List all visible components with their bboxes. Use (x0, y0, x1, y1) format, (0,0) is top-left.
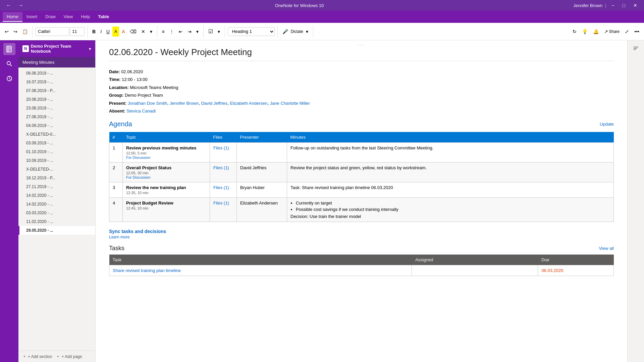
refresh-button[interactable]: ↻ (571, 27, 579, 37)
row4-topic-time: 12:45, 10 min (126, 206, 206, 210)
restore-button[interactable]: □ (620, 1, 628, 9)
share-button[interactable]: ↗ Share (602, 27, 622, 37)
page-item[interactable]: 03.09.2019 - ... (18, 139, 95, 147)
tab-insert[interactable]: Insert (22, 12, 42, 22)
more-dots[interactable]: ... (358, 41, 366, 46)
col-header-presenter: Presenter (237, 132, 287, 143)
notebook-header[interactable]: N Demo Project Team Notebook ▾ (18, 40, 95, 57)
row4-bullet-1: Currently on target (296, 200, 610, 206)
page-item-active[interactable]: 29.05.2020 - ... (18, 226, 95, 235)
page-item[interactable]: 14.02.2020 - ... (18, 200, 95, 209)
page-item[interactable]: 06.06.2019 - ... (18, 69, 95, 78)
page-item[interactable]: X-DELETED-... (18, 165, 95, 174)
undo-button[interactable]: ↩ (3, 27, 11, 37)
font-color-button[interactable]: A (120, 27, 127, 37)
tab-view[interactable]: View (60, 12, 77, 22)
strikethrough-button[interactable]: ⌫ (128, 27, 139, 37)
right-panel-sort-icon[interactable] (631, 43, 641, 54)
clipboard-button[interactable]: 📋 (20, 27, 30, 37)
row4-topic-name: Project Budget Review (126, 200, 206, 206)
add-section-button[interactable]: ＋ + Add section (22, 354, 52, 359)
group-label: Group: (109, 93, 123, 98)
row1-topic-name: Review previous meeting minutes (126, 145, 206, 150)
tab-draw[interactable]: Draw (41, 12, 59, 22)
row1-topic: Review previous meeting minutes 12:00, 5… (123, 143, 210, 163)
meeting-minutes-section[interactable]: Meeting Minutes (18, 57, 95, 67)
page-item[interactable]: 27.11.2019 - ... (18, 182, 95, 191)
font-size-input[interactable]: 11 (70, 27, 85, 36)
present-person-3[interactable]: David Jeffries (201, 101, 228, 106)
page-item[interactable]: 11.02.2020 - ... (18, 217, 95, 226)
tab-home[interactable]: Home (3, 12, 22, 22)
back-button[interactable]: ← (4, 0, 13, 10)
dictate-dropdown-button[interactable]: ▾ (304, 27, 310, 37)
row2-topic-time: 12:05, 30 min (126, 171, 206, 175)
forward-button[interactable]: → (16, 0, 25, 10)
row4-files-link[interactable]: Files (1) (213, 200, 229, 206)
redo-button[interactable]: ↪ (11, 27, 19, 37)
add-page-button[interactable]: ＋ + Add page (56, 354, 82, 359)
page-item[interactable]: 03.03.2020 - ... (18, 209, 95, 217)
highlight-button[interactable]: A (112, 27, 119, 37)
learn-more-link[interactable]: Learn more (109, 235, 614, 239)
pages-list: 06.06.2019 - ... 16.07.2019 - ... 07.08.… (18, 67, 95, 351)
underline-button[interactable]: U (104, 27, 112, 37)
expand-button[interactable]: ⤢ (623, 27, 631, 37)
row3-topic: Review the new training plan 12:35, 10 m… (123, 182, 210, 198)
minimize-button[interactable]: − (609, 1, 617, 9)
present-person-5[interactable]: Jane Charlotte Miller (270, 101, 310, 106)
task-dropdown-button[interactable]: ▾ (216, 27, 222, 37)
page-item[interactable]: 14.02.2020 - ... (18, 191, 95, 200)
notifications-button[interactable]: 🔔 (591, 27, 601, 37)
font-name-input[interactable]: Calibri (36, 27, 69, 36)
page-item[interactable]: 27.08.2019 - ... (18, 112, 95, 121)
tab-help[interactable]: Help (77, 12, 94, 22)
page-item[interactable]: 18.12.2019 - P... (18, 174, 95, 182)
row3-files-link[interactable]: Files (1) (213, 185, 229, 190)
page-item[interactable]: 16.07.2019 - ... (18, 78, 95, 86)
close-button[interactable]: ✕ (631, 1, 640, 9)
agenda-heading[interactable]: Agenda (109, 120, 132, 128)
row1-num: 1 (109, 143, 123, 163)
tab-table[interactable]: Table (94, 12, 113, 22)
format-dropdown-button[interactable]: ▾ (148, 27, 154, 37)
page-item[interactable]: 07.08.2019 - P... (18, 86, 95, 95)
clear-format-button[interactable]: ✕ (139, 27, 147, 37)
bullet-list-button[interactable]: ≡ (160, 27, 167, 37)
tasks-col-task: Task (109, 255, 412, 265)
sync-tasks-link[interactable]: Sync tasks and decisions (109, 229, 166, 234)
view-all-link[interactable]: View all (599, 246, 614, 251)
numbered-list-button[interactable]: ⋮ (167, 27, 176, 37)
update-link[interactable]: Update (600, 122, 614, 127)
page-item[interactable]: 23.08.2019 - ... (18, 104, 95, 112)
toolbar-group-tasks: ☑ ▾ (206, 26, 225, 38)
row1-files-link[interactable]: Files (1) (213, 145, 229, 150)
present-person-1[interactable]: Jonathan Doe Smith (128, 101, 167, 106)
row2-files-link[interactable]: Files (1) (213, 165, 229, 170)
sidebar-icon-history[interactable] (3, 73, 15, 85)
page-item[interactable]: 01.10.2019 - ... (18, 147, 95, 156)
heading-style-select[interactable]: Heading 1 Heading 2 Heading 3 Normal (228, 27, 275, 36)
page-item[interactable]: 10.09.2019 - ... (18, 156, 95, 165)
absent-person-1[interactable]: Stevica Canadi (126, 108, 156, 114)
bold-button[interactable]: B (90, 27, 98, 37)
increase-indent-button[interactable]: ⇥ (185, 27, 194, 37)
italic-button[interactable]: I (98, 27, 104, 37)
task-button[interactable]: ☑ (206, 27, 215, 37)
page-item[interactable]: 04.09.2019 - ... (18, 121, 95, 130)
lightbulb-button[interactable]: 💡 (580, 27, 590, 37)
task1-link[interactable]: Share revised training plan timeline (113, 268, 181, 273)
decrease-indent-button[interactable]: ⇤ (177, 27, 185, 37)
notebook-panel: N Demo Project Team Notebook ▾ Meeting M… (18, 40, 96, 362)
time-label: Time: (109, 77, 120, 82)
page-item[interactable]: 20.08.2019 - ... (18, 95, 95, 104)
page-title[interactable]: 02.06.2020 - Weekly Project Meeting (109, 47, 614, 61)
sidebar-icon-notebook[interactable] (3, 43, 15, 55)
list-dropdown-button[interactable]: ▾ (194, 27, 201, 37)
present-person-4[interactable]: Elizabeth Andersen (230, 101, 267, 106)
more-options-button[interactable]: ••• (632, 27, 641, 37)
dictate-button[interactable]: 🎤 (280, 27, 290, 37)
present-person-2[interactable]: Jennifer Brown (170, 101, 199, 106)
sidebar-icon-search[interactable] (3, 58, 15, 70)
page-item[interactable]: X-DELETED-0... (18, 130, 95, 139)
